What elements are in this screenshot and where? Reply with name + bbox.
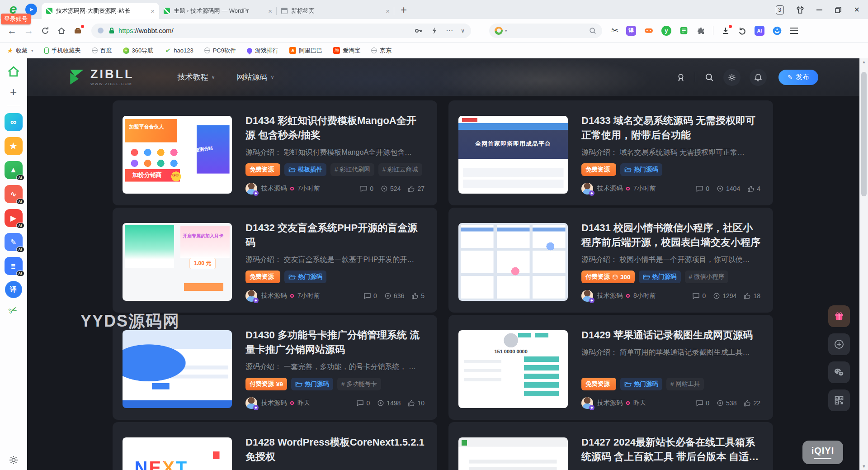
browser-search-box[interactable]: ▾ bbox=[489, 24, 602, 38]
avatar[interactable]: ◆ bbox=[581, 290, 593, 302]
post-thumbnail[interactable]: 加盟平台合伙人加粉分销商GO招测分站 bbox=[123, 116, 232, 194]
game-center-icon[interactable] bbox=[644, 26, 654, 35]
add-panel-icon[interactable]: + bbox=[10, 85, 17, 99]
minimize-button[interactable] bbox=[816, 9, 822, 10]
address-bar[interactable]: https://wobbt.com/ ⋯ ∨ bbox=[91, 24, 471, 38]
category-chip[interactable]: 热门源码 bbox=[284, 271, 326, 283]
page-scrollbar[interactable]: ▲ ▼ bbox=[859, 58, 868, 470]
forward-button[interactable]: → bbox=[24, 26, 33, 35]
close-window-button[interactable]: ✕ bbox=[854, 6, 860, 14]
price-badge[interactable]: 免费资源 bbox=[581, 378, 616, 390]
post-card[interactable]: NEXT D1428 WordPress模板CoreNext1.5.2.1 免授… bbox=[113, 422, 437, 470]
post-card[interactable]: 全网首家即搭即用成品平台 D1433 域名交易系统源码 无需授权即可正常使用，附… bbox=[448, 100, 773, 205]
reader-icon[interactable] bbox=[679, 26, 689, 35]
tab-close-button[interactable]: × bbox=[386, 8, 390, 14]
post-card[interactable]: 加盟平台合伙人加粉分销商GO招测分站 D1434 彩虹知识付费模板MangoA全… bbox=[113, 100, 437, 205]
y-app-icon[interactable]: y bbox=[661, 26, 671, 36]
category-chip[interactable]: 热门源码 bbox=[620, 163, 662, 176]
post-title[interactable]: D1430 多功能号卡推广分销管理系统 流量卡推广分销网站源码 bbox=[245, 328, 425, 357]
scrollbar-thumb[interactable] bbox=[861, 72, 867, 196]
settings-gear-icon[interactable] bbox=[8, 455, 19, 465]
undo-restore-icon[interactable] bbox=[738, 26, 747, 35]
author-name[interactable]: 技术源码 bbox=[597, 185, 623, 193]
tab-count-badge[interactable]: 3 bbox=[776, 5, 784, 14]
category-chip[interactable]: 热门源码 bbox=[639, 271, 681, 283]
bookmark-item[interactable]: 手机收藏夹 bbox=[44, 47, 81, 55]
scroll-up-arrow[interactable]: ▲ bbox=[860, 60, 868, 64]
site-info-icon[interactable] bbox=[98, 28, 104, 33]
post-card[interactable]: D1427 2024最新站长必备在线工具箱系统源码 含上百款工具 带后台版本 自… bbox=[448, 422, 773, 470]
post-card[interactable]: D1431 校园小情书微信小程序，社区小程序前后端开源，校园表白墙交友小程序 源… bbox=[448, 208, 773, 313]
post-title[interactable]: D1432 交友盲盒系统PHP开源的盲盒源码 bbox=[245, 221, 425, 250]
avatar[interactable]: ◆ bbox=[581, 183, 593, 195]
avatar[interactable]: ◆ bbox=[245, 183, 257, 195]
more-options-icon[interactable]: ⋯ bbox=[446, 26, 453, 35]
hashtag-chip[interactable]: # 彩虹云商城 bbox=[378, 163, 422, 176]
translate-panel-icon[interactable]: 译 bbox=[5, 281, 22, 298]
hashtag-chip[interactable]: # 微信小程序 bbox=[685, 271, 729, 283]
post-thumbnail[interactable] bbox=[458, 223, 568, 301]
category-chip[interactable]: 热门源码 bbox=[620, 378, 662, 390]
bookmark-item[interactable]: 游戏排行 bbox=[247, 47, 278, 55]
qr-code-button[interactable] bbox=[828, 389, 850, 411]
search-engine-caret-icon[interactable]: ▾ bbox=[505, 28, 507, 33]
post-thumbnail[interactable] bbox=[458, 437, 568, 470]
download-icon[interactable] bbox=[721, 26, 730, 35]
author-name[interactable]: 技术源码 bbox=[597, 399, 623, 407]
author-name[interactable]: 技术源码 bbox=[261, 292, 287, 300]
post-title[interactable]: D1428 WordPress模板CoreNext1.5.2.1 免授权 bbox=[245, 435, 425, 464]
url-text[interactable]: https://wobbt.com/ bbox=[118, 27, 407, 34]
new-tab-button[interactable]: + bbox=[401, 5, 407, 15]
price-badge[interactable]: 免费资源 bbox=[245, 163, 280, 176]
post-card[interactable]: 开启专属的加入月卡1.00 元 D1432 交友盲盒系统PHP开源的盲盒源码 源… bbox=[113, 208, 437, 313]
price-badge[interactable]: 付费资源 ¥9 bbox=[245, 378, 287, 390]
bookmark-item[interactable]: ★收藏▾ bbox=[6, 47, 33, 55]
bookmark-item[interactable]: +360导航 bbox=[123, 47, 154, 55]
post-thumbnail[interactable]: 全网首家即搭即用成品平台 bbox=[458, 116, 568, 194]
tab-close-button[interactable]: × bbox=[151, 8, 155, 14]
author-name[interactable]: 技术源码 bbox=[597, 292, 623, 300]
home-panel-icon[interactable] bbox=[6, 64, 21, 79]
extensions-puzzle-icon[interactable] bbox=[696, 26, 705, 35]
bookmark-caret-icon[interactable]: ▾ bbox=[31, 48, 33, 53]
notifications-bell-icon[interactable] bbox=[750, 69, 767, 86]
pdf-ai-icon[interactable]: ∿ AI bbox=[5, 185, 23, 203]
category-chip[interactable]: 模板插件 bbox=[284, 163, 326, 176]
price-badge[interactable]: 付费资源 300 bbox=[581, 271, 635, 283]
back-button[interactable]: ← bbox=[7, 26, 17, 35]
browser-tab[interactable]: 主题 ‹ 技术源码网 — WordPr× bbox=[159, 3, 277, 19]
add-circle-button[interactable] bbox=[828, 333, 850, 355]
medal-icon[interactable] bbox=[676, 72, 686, 82]
translate-icon[interactable]: 译 bbox=[626, 26, 636, 36]
bookmark-item[interactable]: 百度 bbox=[92, 47, 112, 55]
home-button[interactable] bbox=[57, 26, 66, 35]
screenshot-scissors-icon[interactable]: ✂ bbox=[611, 26, 618, 35]
skin-icon[interactable] bbox=[796, 5, 805, 14]
publish-button[interactable]: ✎发布 bbox=[778, 70, 818, 85]
bookmark-item[interactable]: ✔hao123 bbox=[164, 47, 193, 54]
restore-button[interactable] bbox=[834, 6, 842, 14]
post-title[interactable]: D1427 2024最新站长必备在线工具箱系统源码 含上百款工具 带后台版本 自… bbox=[581, 435, 760, 464]
bookmark-item[interactable]: 京东 bbox=[371, 47, 392, 55]
post-title[interactable]: D1434 彩虹知识付费模板MangoA全开源 包含秒杀/抽奖 bbox=[245, 114, 425, 142]
search-engine-icon[interactable] bbox=[495, 27, 503, 35]
tab-close-button[interactable]: × bbox=[268, 8, 272, 14]
browser-tab[interactable]: 技术源码网-大鹏资源网-站长× bbox=[42, 3, 159, 19]
avatar[interactable]: ◆ bbox=[581, 397, 593, 409]
nav-item-source-code[interactable]: 网站源码∨ bbox=[237, 72, 274, 82]
post-title[interactable]: D1431 校园小情书微信小程序，社区小程序前后端开源，校园表白墙交友小程序 bbox=[581, 221, 760, 250]
hashtag-chip[interactable]: # 多功能号卡 bbox=[337, 378, 381, 390]
category-chip[interactable]: 热门源码 bbox=[291, 378, 333, 390]
ai-assistant-icon[interactable]: AI bbox=[755, 26, 764, 36]
bookmark-item[interactable]: 淘爱淘宝 bbox=[333, 47, 360, 55]
sync-circle-icon[interactable] bbox=[772, 26, 782, 36]
avatar[interactable]: ◆ bbox=[245, 397, 257, 409]
workspace-icon[interactable] bbox=[73, 26, 82, 35]
post-title[interactable]: D1433 域名交易系统源码 无需授权即可正常使用，附带后台功能 bbox=[581, 114, 760, 142]
refresh-button[interactable] bbox=[41, 26, 50, 35]
post-thumbnail[interactable]: 开启专属的加入月卡1.00 元 bbox=[123, 223, 232, 301]
author-name[interactable]: 技术源码 bbox=[261, 399, 287, 407]
post-card[interactable]: 151 0000 0000 D1429 苹果通话记录截图生成网页源码 源码介绍：… bbox=[448, 315, 773, 420]
speed-mode-icon[interactable] bbox=[430, 27, 439, 35]
author-name[interactable]: 技术源码 bbox=[261, 185, 287, 193]
